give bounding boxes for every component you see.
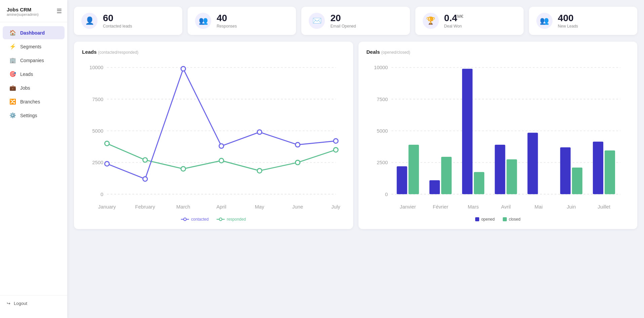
dashboard-icon: 🏠	[9, 30, 16, 36]
sidebar-item-branches[interactable]: 🔀 Branches	[3, 95, 65, 108]
branches-icon: 🔀	[9, 98, 16, 105]
stat-card-email: ✉️ 20 Email Opened	[301, 7, 410, 35]
svg-rect-63	[572, 168, 582, 194]
svg-point-24	[105, 162, 109, 166]
menu-icon[interactable]: ☰	[56, 7, 62, 15]
main-content: 👤 60 Contacted leads 👥 40 Responses ✉️ 2…	[67, 0, 644, 318]
svg-rect-64	[593, 142, 603, 194]
legend-label-closed: closed	[509, 217, 521, 222]
sidebar-label-branches: Branches	[20, 99, 40, 104]
logout-icon: ↪	[7, 301, 10, 306]
sidebar-item-leads[interactable]: 🎯 Leads	[3, 67, 65, 81]
stat-icon-email: ✉️	[309, 13, 325, 29]
svg-text:June: June	[292, 204, 303, 210]
svg-text:0: 0	[385, 192, 388, 197]
svg-text:Janvier: Janvier	[400, 204, 416, 210]
svg-text:0: 0	[101, 192, 103, 197]
svg-point-29	[295, 142, 300, 147]
brand-subtitle: amine(superadmin)	[7, 12, 61, 16]
svg-text:5000: 5000	[377, 128, 388, 134]
svg-text:7500: 7500	[377, 97, 388, 102]
svg-text:5000: 5000	[92, 128, 103, 134]
svg-rect-60	[527, 133, 538, 194]
stat-info-deal: 0.4M€ Deal Won	[444, 13, 463, 29]
svg-text:2500: 2500	[92, 160, 103, 165]
svg-text:May: May	[255, 204, 265, 210]
svg-point-19	[181, 167, 185, 171]
stat-number-email: 20	[330, 13, 356, 24]
svg-rect-53	[408, 145, 419, 194]
sidebar-label-settings: Settings	[20, 113, 37, 118]
brand-title: Jobs CRM	[7, 7, 61, 12]
segments-icon: ⚡	[9, 43, 16, 50]
sidebar-label-dashboard: Dashboard	[20, 30, 45, 36]
stat-number-contacted: 60	[103, 13, 132, 24]
deals-svg: 025005000750010000 JanvierFévrierMarsAvr…	[367, 58, 630, 212]
stat-info-email: 20 Email Opened	[330, 13, 356, 29]
svg-rect-52	[396, 166, 407, 194]
legend-line-responded	[217, 218, 225, 221]
stat-icon-responses: 👥	[195, 13, 211, 29]
svg-text:2500: 2500	[377, 160, 388, 165]
stat-info-contacted: 60 Contacted leads	[103, 13, 132, 29]
svg-point-25	[143, 177, 147, 181]
leads-chart-legend: contacted responded	[82, 217, 345, 222]
svg-point-18	[143, 158, 147, 162]
stat-number-leads: 400	[558, 13, 578, 24]
stat-card-leads: 👥 400 New Leads	[529, 7, 637, 35]
sidebar-item-settings[interactable]: ⚙️ Settings	[3, 109, 65, 122]
stat-card-contacted: 👤 60 Contacted leads	[74, 7, 182, 35]
legend-line-contacted	[181, 218, 189, 221]
sidebar-item-segments[interactable]: ⚡ Segments	[3, 40, 65, 53]
legend-dot-opened	[475, 217, 479, 221]
stats-row: 👤 60 Contacted leads 👥 40 Responses ✉️ 2…	[74, 7, 637, 35]
svg-text:7500: 7500	[92, 97, 103, 102]
leads-chart-card: Leads (contacted/responded) 025005000750…	[74, 42, 353, 229]
svg-point-34	[219, 218, 222, 221]
deals-chart-card: Deals (opened/closed) 025005000750010000…	[358, 42, 638, 229]
logout-label: Logout	[14, 301, 27, 306]
leads-icon: 🎯	[9, 71, 16, 77]
stat-label-contacted: Contacted leads	[103, 24, 132, 29]
stat-label-leads: New Leads	[558, 24, 578, 29]
svg-point-17	[105, 141, 109, 146]
stat-info-responses: 40 Responses	[217, 13, 237, 29]
legend-item-closed: closed	[503, 217, 521, 222]
legend-item-opened: opened	[475, 217, 495, 222]
stat-icon-deal: 🏆	[423, 13, 439, 29]
leads-chart-title: Leads (contacted/responded)	[82, 49, 139, 55]
legend-label-opened: opened	[481, 217, 495, 222]
svg-text:Mars: Mars	[467, 204, 479, 210]
sidebar-item-companies[interactable]: 🏢 Companies	[3, 54, 65, 67]
stat-number-responses: 40	[217, 13, 237, 24]
svg-rect-62	[560, 147, 570, 194]
deals-chart-title: Deals (opened/closed)	[367, 49, 410, 55]
deals-chart-legend: opened closed	[367, 217, 630, 222]
svg-text:Juillet: Juillet	[598, 204, 610, 210]
sidebar-item-dashboard[interactable]: 🏠 Dashboard	[3, 26, 65, 39]
legend-dot-closed	[503, 217, 507, 221]
svg-rect-56	[462, 69, 472, 194]
sidebar-label-jobs: Jobs	[20, 85, 30, 91]
companies-icon: 🏢	[9, 57, 16, 63]
svg-point-22	[295, 160, 300, 165]
svg-point-21	[257, 169, 262, 173]
sidebar-item-jobs[interactable]: 💼 Jobs	[3, 81, 65, 94]
svg-text:March: March	[176, 204, 190, 210]
stat-number-deal: 0.4M€	[444, 13, 463, 24]
svg-rect-59	[506, 159, 517, 194]
leads-svg: 025005000750010000 JanuaryFebruaryMarchA…	[82, 58, 345, 212]
jobs-icon: 💼	[9, 85, 16, 91]
sidebar-label-companies: Companies	[20, 58, 44, 63]
legend-label-responded: responded	[227, 217, 246, 222]
logout-button[interactable]: ↪ Logout	[0, 295, 67, 311]
svg-text:January: January	[98, 204, 116, 210]
sidebar-nav: 🏠 Dashboard⚡ Segments🏢 Companies🎯 Leads💼…	[0, 22, 67, 295]
stat-card-responses: 👥 40 Responses	[188, 7, 296, 35]
svg-rect-55	[441, 157, 451, 194]
sidebar-label-segments: Segments	[20, 44, 41, 49]
svg-text:10000: 10000	[374, 65, 388, 70]
svg-rect-58	[495, 145, 505, 194]
sidebar: Jobs CRM amine(superadmin) ☰ 🏠 Dashboard…	[0, 0, 67, 318]
svg-text:Mai: Mai	[534, 204, 542, 210]
